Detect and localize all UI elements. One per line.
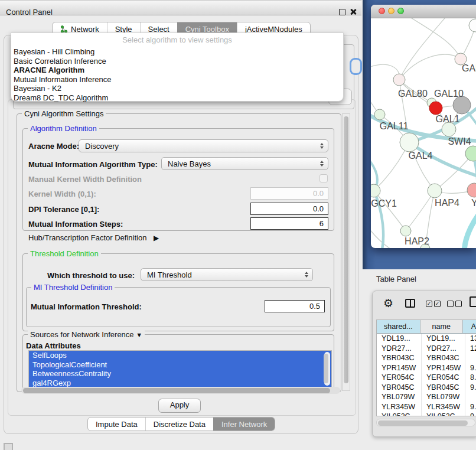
mi-steps-label: Mutual Information Steps: <box>28 220 123 229</box>
cell: 9. <box>465 412 476 416</box>
close-icon[interactable] <box>350 8 357 15</box>
algorithm-option[interactable]: Basic Correlation Inference <box>11 57 343 66</box>
manual-kernel-checkbox[interactable] <box>319 174 328 182</box>
mi-steps-field[interactable]: 6 <box>250 217 328 230</box>
cell: YLR345W <box>422 402 465 412</box>
network-icon <box>60 25 68 33</box>
table-panel: ⚙ ✓ ✓ shared... name A YDL19... YDL19...… <box>372 291 476 437</box>
tab-infer-network-label: Infer Network <box>221 420 267 429</box>
table-row[interactable]: YBR043C YBR043C <box>377 353 476 363</box>
node-gray[interactable] <box>453 96 471 114</box>
table-row[interactable]: YER054C YER054C 8. <box>377 373 476 383</box>
cyni-algorithm-settings-legend: Cyni Algorithm Settings <box>22 109 106 118</box>
node-label: Y <box>471 198 476 208</box>
attribute-item[interactable]: gal4RGexp <box>29 379 331 388</box>
column-header-shared[interactable]: shared... <box>377 320 420 333</box>
table-row[interactable]: YLR345W YLR345W 9. <box>377 402 476 412</box>
data-attributes-label: Data Attributes <box>26 341 81 350</box>
minimize-traffic-light[interactable] <box>388 8 395 14</box>
algorithm-dropdown-list: Select algorithm to view settings Bayesi… <box>11 32 344 102</box>
cell: YBL079W <box>377 392 422 402</box>
node-gal11[interactable] <box>374 109 385 120</box>
algorithm-option[interactable]: Mutual Information Inference <box>11 75 343 84</box>
cell: 12 <box>465 344 476 354</box>
node-label: GAL10 <box>434 89 464 99</box>
table-row[interactable]: YBR045C YBR045C 9. <box>377 383 476 393</box>
float-window-icon[interactable] <box>339 9 345 15</box>
dpi-tolerance-field[interactable]: 0.0 <box>250 203 328 215</box>
node-label: GAL4 <box>409 151 433 161</box>
tab-impute-data[interactable]: Impute Data <box>88 418 145 431</box>
table-row[interactable]: YIL052C YIL052C 9. <box>377 412 476 416</box>
node-gal1[interactable] <box>442 122 456 136</box>
tab-infer-network[interactable]: Infer Network <box>213 418 275 431</box>
network-window-titlebar[interactable] <box>371 5 476 18</box>
node-hap2[interactable] <box>400 226 411 236</box>
node-green[interactable] <box>465 146 476 161</box>
focused-combo-fragment <box>351 60 360 73</box>
minimized-panel-button[interactable] <box>4 443 13 450</box>
table-row[interactable]: YDR27... YDR27... 12 <box>377 344 476 354</box>
cell: YER054C <box>377 373 422 383</box>
algorithm-definition-legend: Algorithm Definition <box>28 124 99 133</box>
cell: YLR345W <box>377 402 422 412</box>
column-header-name[interactable]: name <box>420 320 463 333</box>
apply-button[interactable]: Apply <box>158 399 201 413</box>
mi-threshold-field[interactable]: 0.5 <box>265 300 325 312</box>
cell: YDR27... <box>422 344 465 354</box>
list-vscroll-thumb[interactable] <box>324 354 328 383</box>
algorithm-option[interactable]: Bayesian - K2 <box>11 84 343 93</box>
attribute-item[interactable]: TopologicalCoefficient <box>29 360 331 370</box>
node-gal80[interactable] <box>393 74 405 86</box>
table-horizontal-scrollbar[interactable] <box>376 419 475 426</box>
attribute-item[interactable]: SelfLoops <box>29 351 331 360</box>
network-canvas[interactable]: GAL GAL80 GAL10 GAL1 GAL11 SWI4 GAL4 GCY… <box>371 18 476 248</box>
close-traffic-light[interactable] <box>379 8 385 14</box>
unchecked-checkbox-icon[interactable] <box>447 301 454 307</box>
cell: YBR045C <box>422 383 465 393</box>
tab-discretize-data[interactable]: Discretize Data <box>145 418 213 431</box>
network-window: GAL GAL80 GAL10 GAL1 GAL11 SWI4 GAL4 GCY… <box>371 5 476 248</box>
zoom-traffic-light[interactable] <box>397 8 404 14</box>
cell: 9. <box>465 363 476 373</box>
node-label: GAL1 <box>436 114 460 124</box>
algorithm-option-selected[interactable]: ARACNE Algorithm <box>11 66 343 75</box>
node-red[interactable] <box>429 102 442 115</box>
node-hap4[interactable] <box>428 184 442 198</box>
which-threshold-combo[interactable]: MI Threshold <box>141 268 313 281</box>
kernel-width-field[interactable]: 0.0 <box>250 187 328 200</box>
node-salmon[interactable] <box>467 183 476 197</box>
mi-type-value: Naive Bayes <box>168 159 320 168</box>
algorithm-option[interactable]: Bayesian - Hill Climbing <box>11 47 343 57</box>
hub-definition-toggle[interactable]: Hub/Transcription Factor Definition ▶ <box>28 233 159 242</box>
aracne-mode-combo[interactable]: Discovery <box>79 139 328 152</box>
node-label: GAL80 <box>398 89 428 99</box>
cell: YDL19... <box>377 334 422 344</box>
node[interactable] <box>469 19 476 32</box>
settings-hscroll-thumb[interactable] <box>23 388 330 393</box>
checked-checkbox-icon[interactable]: ✓ <box>426 301 432 307</box>
settings-vertical-scrollbar[interactable] <box>342 113 350 391</box>
expanded-arrow-icon[interactable]: ▼ <box>136 331 142 338</box>
column-layout-icon[interactable] <box>405 299 415 308</box>
settings-horizontal-scrollbar[interactable] <box>21 387 340 394</box>
document-icon[interactable] <box>470 296 476 307</box>
table-header-row: shared... name A <box>377 320 476 334</box>
algorithm-dropdown-placeholder: Select algorithm to view settings <box>11 35 343 45</box>
column-header-partial[interactable]: A <box>463 320 476 333</box>
aracne-mode-label: Aracne Mode: <box>28 142 79 151</box>
checked-checkbox-icon[interactable]: ✓ <box>434 301 441 307</box>
node-gal4[interactable] <box>400 133 419 152</box>
unchecked-checkbox-icon[interactable] <box>455 301 462 307</box>
table-row[interactable]: YDL19... YDL19... 13 <box>377 334 476 344</box>
settings-vscroll-thumb[interactable] <box>344 116 348 383</box>
kernel-width-label: Kernel Width (0,1): <box>28 190 96 198</box>
algorithm-option[interactable]: Dream8 DC_TDC Algorithm <box>11 93 343 103</box>
list-vscroll-track[interactable] <box>324 352 330 386</box>
gear-icon[interactable]: ⚙ <box>383 298 393 309</box>
mi-type-combo[interactable]: Naive Bayes <box>161 157 328 170</box>
table-row[interactable]: YPR145W YPR145W 9. <box>377 363 476 373</box>
table-row[interactable]: YBL079W YBL079W <box>377 392 476 402</box>
table-hscroll-thumb[interactable] <box>378 420 468 426</box>
attribute-item[interactable]: BetweennessCentrality <box>29 369 331 379</box>
